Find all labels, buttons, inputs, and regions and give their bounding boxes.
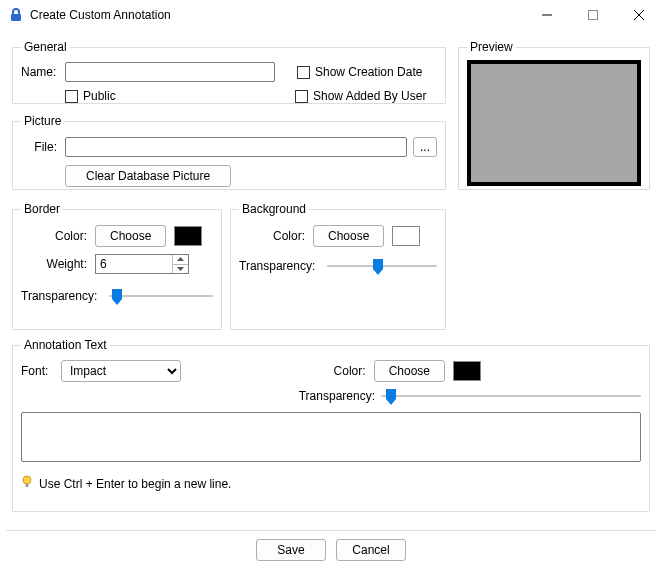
text-color-label: Color: <box>334 364 374 378</box>
text-color-swatch <box>453 361 481 381</box>
show-added-by-user-label: Show Added By User <box>313 89 426 103</box>
minimize-button[interactable] <box>524 0 570 30</box>
show-added-by-user-checkbox[interactable] <box>295 90 308 103</box>
background-color-choose-button[interactable]: Choose <box>313 225 384 247</box>
general-group: General Name: Show Creation Date Public … <box>12 40 446 104</box>
annotation-text-input[interactable] <box>21 412 641 462</box>
clear-database-picture-button[interactable]: Clear Database Picture <box>65 165 231 187</box>
footer: Save Cancel <box>6 530 656 564</box>
file-label: File: <box>21 140 65 154</box>
border-group: Border Color: Choose Weight: Transparenc… <box>12 202 222 330</box>
weight-spin-down[interactable] <box>172 265 188 274</box>
text-transparency-slider[interactable] <box>381 387 641 405</box>
maximize-button[interactable] <box>570 0 616 30</box>
border-legend: Border <box>21 202 63 216</box>
name-label: Name: <box>21 65 65 79</box>
picture-group: Picture File: ... Clear Database Picture <box>12 114 446 190</box>
font-label: Font: <box>21 364 61 378</box>
svg-marker-6 <box>177 267 184 271</box>
preview-group: Preview <box>458 40 650 190</box>
weight-spin-up[interactable] <box>172 255 188 265</box>
public-checkbox[interactable] <box>65 90 78 103</box>
svg-rect-0 <box>11 14 21 21</box>
cancel-button[interactable]: Cancel <box>336 539 406 561</box>
border-color-label: Color: <box>21 229 95 243</box>
annotation-text-group: Annotation Text Font: Impact Color: Choo… <box>12 338 650 512</box>
text-color-choose-button[interactable]: Choose <box>374 360 445 382</box>
background-color-swatch <box>392 226 420 246</box>
preview-legend: Preview <box>467 40 516 54</box>
text-transparency-label: Transparency: <box>299 389 381 403</box>
preview-canvas <box>467 60 641 186</box>
background-transparency-slider[interactable] <box>327 257 437 275</box>
lightbulb-icon <box>21 475 33 492</box>
show-creation-date-checkbox[interactable] <box>297 66 310 79</box>
border-color-swatch <box>174 226 202 246</box>
background-group: Background Color: Choose Transparency: <box>230 202 446 330</box>
svg-marker-5 <box>177 257 184 261</box>
svg-marker-8 <box>373 259 383 275</box>
svg-marker-7 <box>112 289 122 305</box>
app-lock-icon <box>8 7 24 23</box>
name-input[interactable] <box>65 62 275 82</box>
border-transparency-slider[interactable] <box>109 287 213 305</box>
svg-marker-9 <box>386 389 396 405</box>
svg-rect-11 <box>26 484 29 487</box>
annotation-text-legend: Annotation Text <box>21 338 110 352</box>
font-select[interactable]: Impact <box>61 360 181 382</box>
svg-point-10 <box>23 476 31 484</box>
border-weight-label: Weight: <box>21 257 95 271</box>
background-legend: Background <box>239 202 309 216</box>
public-label: Public <box>83 89 273 103</box>
window-title: Create Custom Annotation <box>30 8 171 22</box>
show-creation-date-label: Show Creation Date <box>315 65 422 79</box>
titlebar: Create Custom Annotation <box>0 0 662 30</box>
hint-text: Use Ctrl + Enter to begin a new line. <box>39 477 231 491</box>
svg-rect-2 <box>589 11 598 20</box>
border-transparency-label: Transparency: <box>21 289 103 303</box>
picture-legend: Picture <box>21 114 64 128</box>
browse-button[interactable]: ... <box>413 137 437 157</box>
general-legend: General <box>21 40 70 54</box>
save-button[interactable]: Save <box>256 539 326 561</box>
close-button[interactable] <box>616 0 662 30</box>
border-color-choose-button[interactable]: Choose <box>95 225 166 247</box>
background-transparency-label: Transparency: <box>239 259 321 273</box>
file-input[interactable] <box>65 137 407 157</box>
background-color-label: Color: <box>239 229 313 243</box>
